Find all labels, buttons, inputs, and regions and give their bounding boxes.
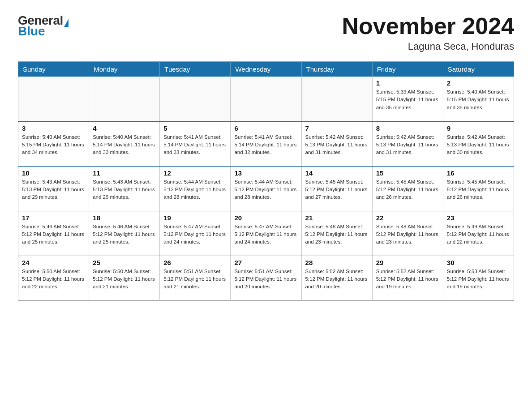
calendar-cell — [301, 77, 372, 121]
calendar-cell: 21Sunrise: 5:48 AM Sunset: 5:12 PM Dayli… — [301, 211, 372, 256]
day-number: 16 — [447, 169, 510, 177]
day-number: 11 — [93, 169, 156, 177]
calendar-cell: 22Sunrise: 5:48 AM Sunset: 5:12 PM Dayli… — [372, 211, 443, 256]
day-number: 23 — [447, 214, 510, 222]
day-info: Sunrise: 5:43 AM Sunset: 5:13 PM Dayligh… — [22, 178, 85, 201]
calendar-cell: 18Sunrise: 5:46 AM Sunset: 5:12 PM Dayli… — [89, 211, 160, 256]
day-info: Sunrise: 5:40 AM Sunset: 5:14 PM Dayligh… — [93, 133, 156, 157]
page-header: General Blue November 2024 Laguna Seca, … — [18, 13, 514, 52]
day-number: 22 — [376, 214, 439, 222]
day-number: 25 — [93, 259, 156, 266]
weekday-header-row: SundayMondayTuesdayWednesdayThursdayFrid… — [18, 62, 514, 77]
calendar-cell: 25Sunrise: 5:50 AM Sunset: 5:12 PM Dayli… — [89, 256, 160, 300]
day-number: 6 — [234, 124, 297, 132]
calendar-cell: 13Sunrise: 5:44 AM Sunset: 5:12 PM Dayli… — [231, 166, 301, 211]
day-info: Sunrise: 5:41 AM Sunset: 5:14 PM Dayligh… — [163, 133, 227, 157]
day-number: 29 — [376, 259, 439, 266]
day-number: 17 — [22, 214, 85, 222]
day-number: 19 — [163, 214, 227, 222]
week-row-1: 3Sunrise: 5:40 AM Sunset: 5:15 PM Daylig… — [18, 121, 514, 166]
day-info: Sunrise: 5:49 AM Sunset: 5:12 PM Dayligh… — [447, 223, 510, 246]
day-number: 4 — [93, 124, 156, 132]
calendar-cell: 23Sunrise: 5:49 AM Sunset: 5:12 PM Dayli… — [443, 211, 514, 256]
day-number: 12 — [163, 169, 227, 177]
day-number: 3 — [22, 124, 85, 132]
weekday-header-wednesday: Wednesday — [231, 62, 301, 77]
calendar-cell — [89, 77, 160, 121]
day-number: 30 — [447, 259, 510, 266]
day-info: Sunrise: 5:50 AM Sunset: 5:12 PM Dayligh… — [22, 268, 85, 291]
calendar-cell: 1Sunrise: 5:39 AM Sunset: 5:15 PM Daylig… — [372, 77, 443, 121]
calendar-table: SundayMondayTuesdayWednesdayThursdayFrid… — [18, 61, 514, 301]
calendar-cell: 5Sunrise: 5:41 AM Sunset: 5:14 PM Daylig… — [160, 121, 231, 166]
day-info: Sunrise: 5:39 AM Sunset: 5:15 PM Dayligh… — [376, 88, 439, 111]
calendar-cell: 29Sunrise: 5:52 AM Sunset: 5:12 PM Dayli… — [372, 256, 443, 300]
day-info: Sunrise: 5:52 AM Sunset: 5:12 PM Dayligh… — [305, 268, 369, 291]
weekday-header-saturday: Saturday — [443, 62, 514, 77]
calendar-cell: 24Sunrise: 5:50 AM Sunset: 5:12 PM Dayli… — [18, 256, 89, 300]
month-title: November 2024 — [342, 13, 514, 39]
week-row-4: 24Sunrise: 5:50 AM Sunset: 5:12 PM Dayli… — [18, 256, 514, 300]
day-info: Sunrise: 5:48 AM Sunset: 5:12 PM Dayligh… — [376, 223, 439, 246]
day-info: Sunrise: 5:40 AM Sunset: 5:15 PM Dayligh… — [447, 88, 510, 111]
day-info: Sunrise: 5:44 AM Sunset: 5:12 PM Dayligh… — [163, 178, 227, 201]
week-row-0: 1Sunrise: 5:39 AM Sunset: 5:15 PM Daylig… — [18, 77, 514, 121]
day-number: 26 — [163, 259, 227, 266]
day-number: 13 — [234, 169, 297, 177]
logo: General Blue — [18, 13, 69, 39]
calendar-cell: 12Sunrise: 5:44 AM Sunset: 5:12 PM Dayli… — [160, 166, 231, 211]
day-info: Sunrise: 5:41 AM Sunset: 5:14 PM Dayligh… — [234, 133, 297, 157]
calendar-cell: 15Sunrise: 5:45 AM Sunset: 5:12 PM Dayli… — [372, 166, 443, 211]
day-info: Sunrise: 5:52 AM Sunset: 5:12 PM Dayligh… — [376, 268, 439, 291]
calendar-cell: 19Sunrise: 5:47 AM Sunset: 5:12 PM Dayli… — [160, 211, 231, 256]
calendar-cell: 10Sunrise: 5:43 AM Sunset: 5:13 PM Dayli… — [18, 166, 89, 211]
logo-triangle-icon — [64, 19, 69, 27]
location: Laguna Seca, Honduras — [342, 41, 514, 52]
day-info: Sunrise: 5:48 AM Sunset: 5:12 PM Dayligh… — [305, 223, 369, 246]
weekday-header-monday: Monday — [89, 62, 160, 77]
day-number: 21 — [305, 214, 369, 222]
day-info: Sunrise: 5:51 AM Sunset: 5:12 PM Dayligh… — [234, 268, 297, 291]
calendar-cell — [160, 77, 231, 121]
day-info: Sunrise: 5:40 AM Sunset: 5:15 PM Dayligh… — [22, 133, 85, 157]
day-number: 1 — [376, 79, 439, 87]
day-number: 10 — [22, 169, 85, 177]
calendar-cell: 27Sunrise: 5:51 AM Sunset: 5:12 PM Dayli… — [231, 256, 301, 300]
day-number: 2 — [447, 79, 510, 87]
calendar-cell: 14Sunrise: 5:45 AM Sunset: 5:12 PM Dayli… — [301, 166, 372, 211]
weekday-header-thursday: Thursday — [301, 62, 372, 77]
calendar-cell: 26Sunrise: 5:51 AM Sunset: 5:12 PM Dayli… — [160, 256, 231, 300]
day-number: 9 — [447, 124, 510, 132]
weekday-header-tuesday: Tuesday — [160, 62, 231, 77]
day-info: Sunrise: 5:53 AM Sunset: 5:12 PM Dayligh… — [447, 268, 510, 291]
calendar-cell: 3Sunrise: 5:40 AM Sunset: 5:15 PM Daylig… — [18, 121, 89, 166]
weekday-header-sunday: Sunday — [18, 62, 89, 77]
calendar-cell: 20Sunrise: 5:47 AM Sunset: 5:12 PM Dayli… — [231, 211, 301, 256]
day-number: 5 — [163, 124, 227, 132]
day-info: Sunrise: 5:42 AM Sunset: 5:13 PM Dayligh… — [305, 133, 369, 157]
day-number: 18 — [93, 214, 156, 222]
calendar-cell: 30Sunrise: 5:53 AM Sunset: 5:12 PM Dayli… — [443, 256, 514, 300]
calendar-cell — [18, 77, 89, 121]
calendar-cell: 6Sunrise: 5:41 AM Sunset: 5:14 PM Daylig… — [231, 121, 301, 166]
day-info: Sunrise: 5:42 AM Sunset: 5:13 PM Dayligh… — [447, 133, 510, 157]
day-info: Sunrise: 5:44 AM Sunset: 5:12 PM Dayligh… — [234, 178, 297, 201]
logo-blue-text: Blue — [18, 24, 45, 39]
calendar-cell: 11Sunrise: 5:43 AM Sunset: 5:13 PM Dayli… — [89, 166, 160, 211]
calendar-cell: 9Sunrise: 5:42 AM Sunset: 5:13 PM Daylig… — [443, 121, 514, 166]
calendar-cell: 8Sunrise: 5:42 AM Sunset: 5:13 PM Daylig… — [372, 121, 443, 166]
day-number: 14 — [305, 169, 369, 177]
day-info: Sunrise: 5:47 AM Sunset: 5:12 PM Dayligh… — [163, 223, 227, 246]
calendar-cell: 2Sunrise: 5:40 AM Sunset: 5:15 PM Daylig… — [443, 77, 514, 121]
day-number: 24 — [22, 259, 85, 266]
week-row-2: 10Sunrise: 5:43 AM Sunset: 5:13 PM Dayli… — [18, 166, 514, 211]
calendar-cell — [231, 77, 301, 121]
day-number: 28 — [305, 259, 369, 266]
day-number: 15 — [376, 169, 439, 177]
weekday-header-friday: Friday — [372, 62, 443, 77]
calendar-cell: 7Sunrise: 5:42 AM Sunset: 5:13 PM Daylig… — [301, 121, 372, 166]
calendar-cell: 16Sunrise: 5:45 AM Sunset: 5:12 PM Dayli… — [443, 166, 514, 211]
day-info: Sunrise: 5:51 AM Sunset: 5:12 PM Dayligh… — [163, 268, 227, 291]
week-row-3: 17Sunrise: 5:46 AM Sunset: 5:12 PM Dayli… — [18, 211, 514, 256]
calendar-cell: 17Sunrise: 5:46 AM Sunset: 5:12 PM Dayli… — [18, 211, 89, 256]
